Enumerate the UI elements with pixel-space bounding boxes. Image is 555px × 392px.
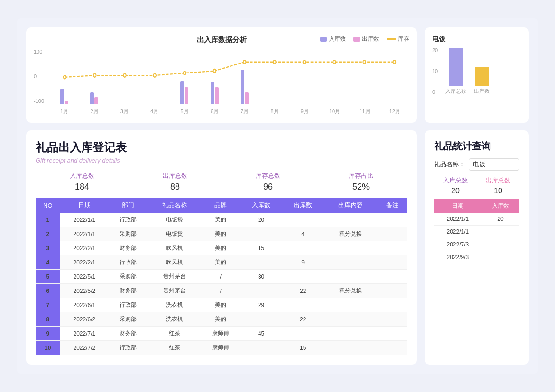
table-cell-2-6: 4 (282, 227, 324, 241)
small-bar-out-label: 出库数 (474, 88, 490, 95)
stat-out: 出库总数 88 (129, 172, 222, 192)
table-cell-3-7 (324, 241, 377, 255)
table-cell-2-8 (377, 227, 407, 241)
stat-out-label: 出库总数 (129, 172, 222, 180)
chart-legend: 入库数 出库数 库存 (247, 35, 410, 43)
table-cell-1-6 (282, 213, 324, 227)
table-cell-3-3: 吹风机 (148, 241, 201, 255)
table-cell-10-1: 2022/7/2 (60, 341, 109, 355)
table-cell-9-5: 45 (240, 327, 282, 341)
small-chart-title: 电饭 (432, 35, 521, 44)
x-label-3: 3月 (110, 108, 139, 115)
mini-table-head: 日期 入库数 (434, 199, 519, 213)
table-cell-4-4: 美的 (201, 255, 240, 270)
table-cell-9-3: 红茶 (148, 327, 201, 341)
table-cell-5-7 (324, 270, 377, 284)
search-label: 礼品名称： (434, 160, 465, 169)
table-cell-8-8 (377, 312, 407, 327)
col-content: 出库内容 (324, 198, 377, 213)
table-cell-9-1: 2022/7/1 (60, 327, 109, 341)
svg-point-4 (183, 71, 186, 74)
mini-cell-4-0: 2022/9/3 (434, 251, 481, 264)
right-stat-in-label: 入库总数 (434, 176, 477, 185)
main-chart-card: 出入库数据分析 入库数 出库数 库存 (26, 27, 417, 123)
table-body: 12022/1/1行政部电饭煲美的2022022/1/1采购部电饭煲美的4积分兑… (36, 213, 407, 355)
legend-out: 出库数 (353, 35, 379, 43)
stat-out-value: 88 (129, 182, 222, 192)
table-cell-1-5: 20 (240, 213, 282, 227)
table-row: 32022/2/1财务部吹风机美的15 (36, 241, 407, 255)
table-cell-9-6 (282, 327, 324, 341)
x-label-9: 9月 (290, 108, 319, 115)
table-cell-1-2: 行政部 (109, 213, 148, 227)
stock-line-svg (50, 49, 409, 115)
table-row: 92022/7/1财务部红茶康师傅45 (36, 327, 407, 341)
right-stat-in-value: 20 (434, 187, 477, 195)
table-cell-7-2: 行政部 (109, 298, 148, 312)
table-cell-7-7 (324, 298, 377, 312)
no-cell-1: 1 (36, 213, 60, 227)
right-stat-out-value: 10 (477, 187, 519, 195)
no-cell-9: 9 (36, 327, 60, 341)
table-cell-6-7: 积分兑换 (324, 284, 377, 298)
table-cell-7-3: 洗衣机 (148, 298, 201, 312)
y-axis-labels: 100 0 -100 (34, 49, 48, 104)
table-cell-8-2: 采购部 (109, 312, 148, 327)
table-cell-5-1: 2022/5/1 (60, 270, 109, 284)
stats-card: 礼品统计查询 礼品名称： 电饭 入库总数 20 出库总数 10 日期 (425, 130, 529, 365)
legend-out-label: 出库数 (362, 35, 379, 43)
mini-cell-1-0: 2022/1/1 (434, 213, 481, 226)
stat-in: 入库总数 184 (36, 172, 129, 192)
stat-stock-value: 96 (222, 182, 314, 192)
search-value: 电饭 (469, 158, 519, 171)
main-container: 出入库数据分析 入库数 出库数 库存 (17, 18, 538, 374)
table-cell-10-6: 15 (282, 341, 324, 355)
data-table: NO 日期 部门 礼品名称 品牌 入库数 出库数 出库内容 备注 12022/1… (36, 198, 407, 355)
table-cell-6-5 (240, 284, 282, 298)
table-cell-3-1: 2022/2/1 (60, 241, 109, 255)
table-cell-2-1: 2022/1/1 (60, 227, 109, 241)
small-chart-card: 电饭 20 10 0 入库总数 (425, 27, 529, 123)
col-date: 日期 (60, 198, 109, 213)
legend-in-icon (320, 37, 327, 42)
table-cell-7-8 (377, 298, 407, 312)
table-cell-3-6 (282, 241, 324, 255)
table-subtitle: Gift receipt and delivery details (36, 157, 407, 164)
table-row: 42022/2/1行政部吹风机美的9 (36, 255, 407, 270)
chart-title: 出入库数据分析 (197, 36, 247, 45)
legend-in-label: 入库数 (329, 35, 346, 43)
small-bar-out: 出库数 (474, 48, 490, 95)
table-cell-1-3: 电饭煲 (148, 213, 201, 227)
table-main-title: 礼品出入库登记表 (36, 140, 407, 155)
svg-point-1 (93, 74, 96, 77)
table-cell-6-1: 2022/5/2 (60, 284, 109, 298)
table-row: 52022/5/1采购部贵州茅台/30 (36, 270, 407, 284)
table-cell-7-4: 美的 (201, 298, 240, 312)
no-cell-2: 2 (36, 227, 60, 241)
x-labels: 1月2月3月4月5月6月7月8月9月10月11月12月 (50, 108, 409, 115)
table-cell-8-5 (240, 312, 282, 327)
table-cell-1-1: 2022/1/1 (60, 213, 109, 227)
stat-ratio: 库存占比 52% (314, 172, 407, 192)
legend-stock: 库存 (387, 35, 409, 43)
x-label-10: 10月 (320, 108, 349, 115)
table-cell-1-8 (377, 213, 407, 227)
table-cell-9-2: 财务部 (109, 327, 148, 341)
small-bar-in-label: 入库总数 (445, 88, 466, 95)
small-bar-area: 20 10 0 入库总数 (432, 47, 521, 104)
y-label-neg100: -100 (34, 98, 48, 104)
svg-point-0 (64, 75, 66, 79)
table-cell-4-5 (240, 255, 282, 270)
mini-table: 日期 入库数 2022/1/1202022/1/12022/7/32022/9/… (434, 199, 519, 264)
svg-point-7 (273, 60, 276, 64)
table-cell-7-6 (282, 298, 324, 312)
table-cell-2-4: 美的 (201, 227, 240, 241)
table-cell-5-5: 30 (240, 270, 282, 284)
svg-point-9 (333, 60, 336, 64)
no-cell-10: 10 (36, 341, 60, 355)
x-label-1: 1月 (50, 108, 79, 115)
x-label-2: 2月 (80, 108, 109, 115)
table-row: 102022/7/2行政部红茶康师傅15 (36, 341, 407, 355)
table-cell-10-5 (240, 341, 282, 355)
right-stat-out-label: 出库总数 (477, 176, 519, 185)
